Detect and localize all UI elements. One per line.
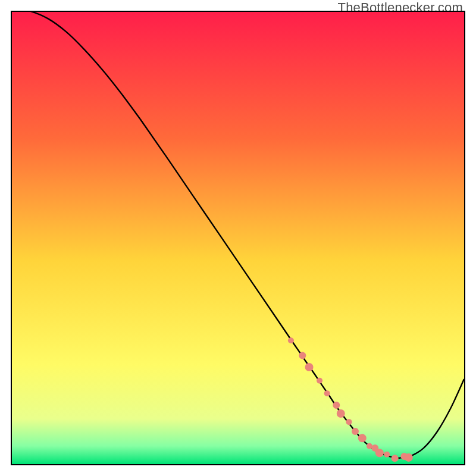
highlight-dot <box>299 352 306 359</box>
highlight-dot <box>288 337 294 343</box>
highlight-dot <box>352 428 359 435</box>
chart-container: TheBottlenecker.com <box>0 0 476 476</box>
highlight-dot <box>375 449 384 457</box>
gradient-background <box>12 12 464 464</box>
highlight-dot <box>346 419 352 425</box>
highlight-dot <box>333 402 340 409</box>
plot-svg <box>12 12 464 464</box>
highlight-dot <box>384 452 390 458</box>
highlight-dot <box>337 409 345 418</box>
highlight-dot <box>358 434 367 442</box>
plot-area <box>11 11 465 465</box>
highlight-dot <box>317 378 322 384</box>
highlight-dot <box>324 390 330 396</box>
highlight-dot <box>405 453 413 462</box>
highlight-dot <box>392 455 398 461</box>
highlight-dot <box>305 363 314 371</box>
